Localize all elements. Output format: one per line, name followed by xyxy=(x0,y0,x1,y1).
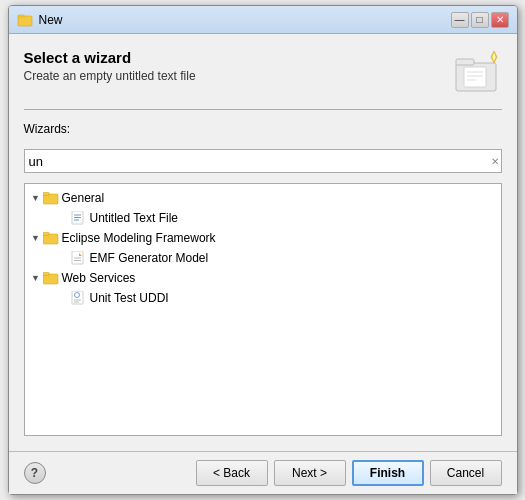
finish-button[interactable]: Finish xyxy=(352,460,424,486)
folder-icon-eclipse xyxy=(43,231,59,245)
expand-icon-web: ▼ xyxy=(29,271,43,285)
expand-icon-eclipse: ▼ xyxy=(29,231,43,245)
search-wrapper: ✕ xyxy=(24,149,502,173)
wizard-tree: ▼ General xyxy=(24,183,502,436)
header-text: Select a wizard Create an empty untitled… xyxy=(24,49,196,83)
untitled-text-file-label: Untitled Text File xyxy=(90,211,178,225)
wizards-label: Wizards: xyxy=(24,122,502,136)
minimize-button[interactable]: — xyxy=(451,12,469,28)
title-bar-left: New xyxy=(17,12,63,28)
tree-row-web-services[interactable]: ▼ Web Services xyxy=(25,268,501,288)
maximize-button[interactable]: □ xyxy=(471,12,489,28)
help-button[interactable]: ? xyxy=(24,462,46,484)
web-children: Unit Test UDDI xyxy=(25,288,501,308)
expand-icon-general: ▼ xyxy=(29,191,43,205)
folder-icon-web xyxy=(43,271,59,285)
footer: ? < Back Next > Finish Cancel xyxy=(9,451,517,494)
close-button[interactable]: ✕ xyxy=(491,12,509,28)
tree-node-web-services: ▼ Web Services xyxy=(25,268,501,308)
file-icon-emf xyxy=(71,251,87,265)
spacer2 xyxy=(57,251,71,265)
tree-row-unit-test-uddi[interactable]: Unit Test UDDI xyxy=(39,288,501,308)
wizard-banner-icon xyxy=(454,49,502,97)
svg-rect-1 xyxy=(18,15,24,17)
folder-icon-general xyxy=(43,191,59,205)
tree-row-eclipse-modeling[interactable]: ▼ Eclipse Modeling Framework xyxy=(25,228,501,248)
back-button[interactable]: < Back xyxy=(196,460,268,486)
main-content: Select a wizard Create an empty untitled… xyxy=(9,34,517,451)
svg-rect-4 xyxy=(464,67,486,87)
file-icon-uddi xyxy=(71,291,87,305)
general-children: Untitled Text File xyxy=(25,208,501,228)
tree-row-emf-generator[interactable]: EMF Generator Model xyxy=(39,248,501,268)
emf-generator-label: EMF Generator Model xyxy=(90,251,209,265)
footer-buttons: < Back Next > Finish Cancel xyxy=(196,460,502,486)
tree-row-untitled-text-file[interactable]: Untitled Text File xyxy=(39,208,501,228)
window-icon xyxy=(17,12,33,28)
svg-rect-11 xyxy=(43,193,49,196)
spacer xyxy=(57,211,71,225)
svg-rect-23 xyxy=(43,273,49,276)
svg-rect-0 xyxy=(18,16,32,26)
eclipse-children: EMF Generator Model xyxy=(25,248,501,268)
unit-test-uddi-label: Unit Test UDDI xyxy=(90,291,169,305)
header-area: Select a wizard Create an empty untitled… xyxy=(24,49,502,97)
tree-node-general: ▼ General xyxy=(25,188,501,228)
eclipse-modeling-label: Eclipse Modeling Framework xyxy=(62,231,216,245)
svg-rect-3 xyxy=(456,59,474,65)
footer-left: ? xyxy=(24,462,46,484)
svg-rect-17 xyxy=(43,233,49,236)
new-wizard-window: New — □ ✕ Select a wizard Create an empt… xyxy=(8,5,518,495)
tree-row-general[interactable]: ▼ General xyxy=(25,188,501,208)
wizard-subtitle: Create an empty untitled text file xyxy=(24,69,196,83)
title-bar: New — □ ✕ xyxy=(9,6,517,34)
window-title: New xyxy=(39,13,63,27)
web-services-label: Web Services xyxy=(62,271,136,285)
file-icon-untitled xyxy=(71,211,87,225)
header-separator xyxy=(24,109,502,110)
spacer3 xyxy=(57,291,71,305)
search-input[interactable] xyxy=(24,149,502,173)
next-button[interactable]: Next > xyxy=(274,460,346,486)
title-bar-controls: — □ ✕ xyxy=(451,12,509,28)
wizard-title: Select a wizard xyxy=(24,49,196,66)
svg-rect-18 xyxy=(72,251,83,264)
search-clear-icon[interactable]: ✕ xyxy=(491,156,499,167)
general-label: General xyxy=(62,191,105,205)
tree-node-eclipse-modeling: ▼ Eclipse Modeling Framework xyxy=(25,228,501,268)
cancel-button[interactable]: Cancel xyxy=(430,460,502,486)
